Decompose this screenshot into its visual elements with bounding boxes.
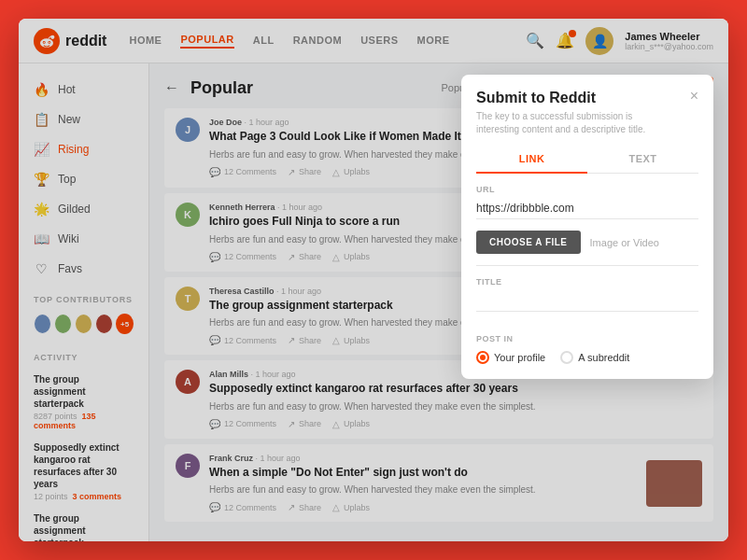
post-in-label: Post in [476, 334, 698, 343]
radio-circle-subreddit [560, 351, 573, 364]
modal-subtitle: The key to a successful submission is in… [476, 110, 663, 136]
file-helper-label: Image or Video [590, 237, 659, 248]
radio-dot [480, 355, 486, 360]
radio-your-profile[interactable]: Your profile [476, 351, 545, 364]
modal-title-area: Submit to Reddit The key to a successful… [476, 90, 663, 136]
title-label: Title [476, 277, 698, 287]
tab-link[interactable]: LINK [476, 144, 587, 174]
modal-header: Submit to Reddit The key to a successful… [461, 75, 713, 144]
modal-close-button[interactable]: × [690, 88, 698, 105]
choose-file-button[interactable]: CHOOSE A FILE [476, 231, 581, 254]
modal-title: Submit to Reddit [476, 90, 663, 106]
tab-text[interactable]: TEXT [587, 144, 698, 174]
radio-label-subreddit: A subreddit [578, 352, 629, 363]
modal-tabs: LINK TEXT [476, 144, 698, 174]
modal-overlay: Submit to Reddit The key to a successful… [19, 19, 728, 541]
url-input[interactable] [476, 198, 698, 219]
title-field: Title [476, 277, 698, 323]
file-row: CHOOSE A FILE Image or Video [476, 231, 698, 266]
url-label: URL [476, 185, 698, 194]
radio-circle-profile [476, 351, 489, 364]
title-input[interactable] [476, 290, 698, 312]
modal-body: URL CHOOSE A FILE Image or Video Title P… [461, 174, 713, 379]
radio-subreddit[interactable]: A subreddit [560, 351, 629, 364]
radio-row: Your profile A subreddit [476, 351, 698, 364]
submit-modal: Submit to Reddit The key to a successful… [461, 75, 713, 379]
radio-label-profile: Your profile [494, 352, 545, 363]
app-container: reddit HOME POPULAR ALL RANDOM USERS MOR… [19, 19, 728, 541]
